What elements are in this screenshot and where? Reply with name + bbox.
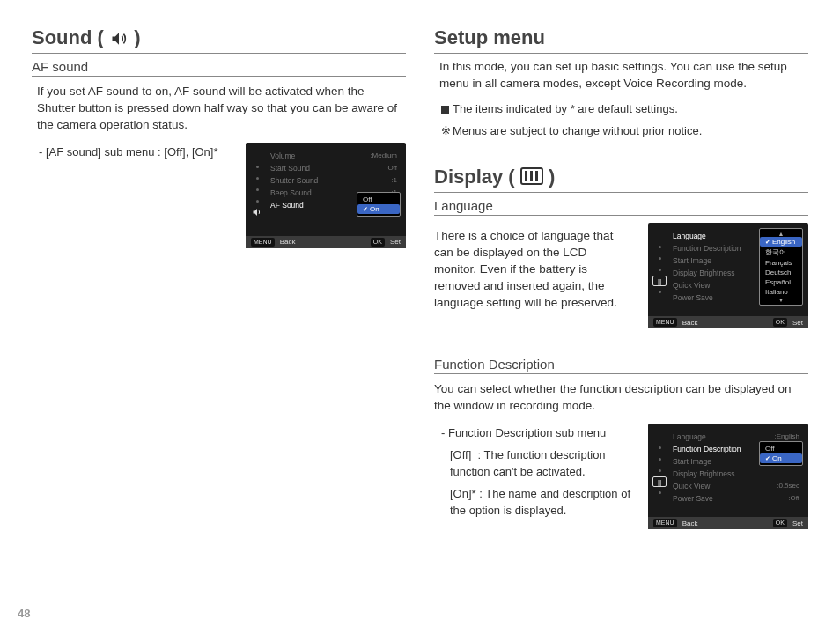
lcd-option-on[interactable]: On — [760, 453, 802, 463]
sound-title: Sound ( ) — [32, 26, 406, 54]
display-title: Display ( ) — [434, 166, 808, 193]
lcd-row-label: AF Sound — [270, 201, 304, 210]
lcd-lang-option[interactable]: Deutsch — [760, 268, 802, 277]
lcd-row-label: Function Description — [673, 244, 741, 253]
fd-para: You can select whether the function desc… — [434, 381, 805, 415]
lcd-language: Language Function Description Start Imag… — [648, 223, 808, 328]
lcd-row-val: :1 — [391, 176, 397, 185]
lcd-back-label: Back — [682, 520, 698, 527]
speaker-icon — [109, 30, 129, 48]
af-sound-head: AF sound — [32, 59, 406, 77]
lcd-ok-btn[interactable]: OK — [773, 519, 787, 527]
lcd-ok-btn[interactable]: OK — [371, 238, 385, 247]
display-title-prefix: Display ( — [434, 166, 515, 188]
lcd-back-label: Back — [682, 319, 698, 327]
lcd-row-label: Volume — [270, 151, 295, 160]
lcd-lang-option[interactable]: Español — [760, 277, 802, 287]
display-category-icon — [652, 476, 667, 487]
lcd-row-val: :Medium — [370, 151, 397, 160]
language-para: There is a choice of language that can b… — [434, 228, 632, 311]
lcd-row-label: Start Image — [673, 457, 711, 466]
lcd-lang-option[interactable]: English — [760, 237, 802, 247]
lcd-lang-option[interactable]: 한국어 — [760, 247, 802, 258]
lcd-set-label: Set — [390, 238, 401, 246]
display-icon — [520, 167, 543, 185]
lcd-row-label: Quick View — [673, 482, 710, 490]
display-title-suffix: ) — [549, 166, 555, 188]
square-bullet-icon — [441, 106, 449, 114]
lcd-ok-btn[interactable]: OK — [773, 318, 787, 327]
lcd-set-label: Set — [792, 319, 803, 327]
fd-sub-title: - Function Description sub menu — [441, 425, 632, 442]
lcd-row-val: :0.5sec — [777, 482, 799, 490]
lcd-row-val: :English — [775, 432, 799, 441]
lcd-row-val: :Off — [788, 494, 799, 503]
sound-category-icon — [252, 207, 262, 217]
scroll-down-icon[interactable]: ▼ — [760, 297, 802, 303]
lcd-row-label: Shutter Sound — [270, 176, 318, 185]
lcd-option-off[interactable]: Off — [760, 444, 802, 453]
af-sound-para: If you set AF sound to on, AF sound will… — [37, 84, 402, 134]
page-number: 48 — [18, 607, 30, 620]
lcd-row-label: Display Brightness — [673, 269, 734, 277]
lcd-menu-btn[interactable]: MENU — [251, 238, 275, 247]
display-category-icon — [652, 276, 667, 286]
lcd-menu-btn[interactable]: MENU — [653, 318, 677, 327]
fd-head: Function Description — [434, 357, 808, 374]
lcd-option-on[interactable]: On — [357, 204, 400, 214]
lcd-row-label: Power Save — [673, 494, 713, 503]
fd-off-line: [Off] : The function description functio… — [450, 447, 632, 481]
change-notice: ※Menus are subject to change without pri… — [441, 123, 805, 140]
lcd-menu-btn[interactable]: MENU — [653, 519, 677, 527]
reference-mark-icon: ※ — [441, 124, 450, 137]
lcd-row-label: Display Brightness — [673, 469, 734, 478]
lcd-set-label: Set — [792, 520, 803, 527]
lcd-back-label: Back — [280, 238, 296, 246]
lcd-row-label: Power Save — [673, 293, 713, 302]
af-submenu-line: - [AF sound] sub menu : [Off], [On]* — [39, 144, 230, 161]
lcd-row-val: :Off — [386, 164, 397, 173]
lcd-row-label: Beep Sound — [270, 188, 312, 197]
lcd-row-label: Language — [673, 432, 706, 441]
lcd-option-off[interactable]: Off — [357, 195, 400, 204]
scroll-up-icon[interactable]: ▲ — [760, 231, 802, 237]
lcd-lang-option[interactable]: Français — [760, 258, 802, 268]
lcd-row-label: Start Image — [673, 256, 711, 265]
lcd-row-label: Function Description — [673, 445, 741, 453]
lcd-row-label: Quick View — [673, 281, 710, 290]
setup-title: Setup menu — [434, 26, 808, 54]
lcd-sound: Volume:Medium Start Sound:Off Shutter So… — [246, 143, 406, 248]
setup-para: In this mode, you can set up basic setti… — [439, 59, 805, 92]
lcd-row-label: Start Sound — [270, 164, 310, 173]
lcd-row-label: Language — [673, 232, 706, 240]
fd-on-line: [On]* : The name and description of the … — [450, 486, 632, 520]
sound-title-prefix: Sound ( — [32, 26, 104, 48]
language-head: Language — [434, 198, 808, 216]
default-note: The items indicated by * are default set… — [441, 101, 805, 118]
lcd-function-description: Language:English Function Description St… — [648, 424, 808, 529]
sound-title-suffix: ) — [134, 26, 140, 48]
lcd-lang-option[interactable]: Italiano — [760, 287, 802, 297]
